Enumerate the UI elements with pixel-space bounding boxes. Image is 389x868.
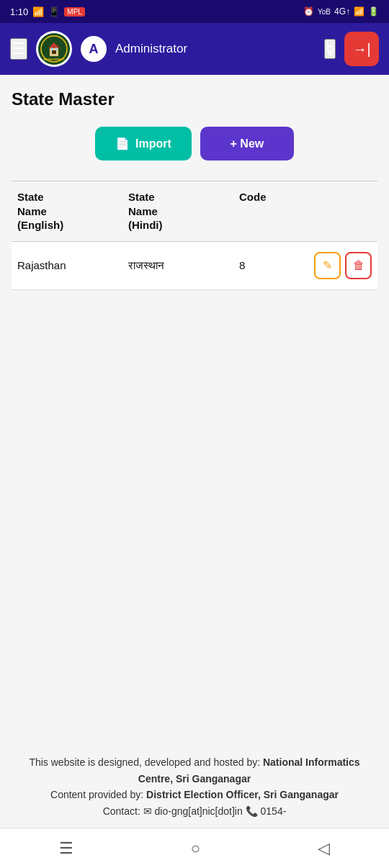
hamburger-button[interactable]: ☰ [10,38,27,60]
action-buttons: 📄 Import + New [12,127,377,161]
bottom-nav: ☰ ○ ◁ [0,828,389,868]
footer-contact: Contact: ✉ dio-gng[at]nic[dot]in 📞 0154- [12,803,377,819]
status-bar: 1:10 📶 📱 MPL ⏰ YoB 4G↑ 📶 🔋 [0,0,389,23]
import-button[interactable]: 📄 Import [95,127,192,161]
svg-rect-7 [55,48,57,50]
network-label: MPL [64,7,85,17]
data-table: StateName(English) StateName(Hindi) Code… [12,181,377,290]
logout-icon: →| [352,41,370,58]
bottom-home-button[interactable]: ○ [176,839,215,858]
page-title: State Master [12,89,377,109]
nav-title: Administrator [115,42,316,56]
col-header-1: StateName(English) [17,190,125,232]
cell-state-code: 8 [239,259,311,271]
edit-icon: ✎ [323,258,332,272]
alarm-icon: ⏰ [303,6,314,17]
cell-state-hindi: राजस्थान [128,259,236,272]
mail-icon: ✉ [143,805,155,817]
col-header-3: Code [239,190,311,232]
bottom-home-icon: ○ [191,839,200,857]
signal-icon: 📶 [32,6,44,17]
new-button[interactable]: + New [200,127,294,161]
app-logo: MANAGEMENT [36,31,72,67]
delete-icon: 🗑 [353,259,365,272]
footer-line1: This website is designed, developed and … [12,754,377,787]
svg-text:MANAGEMENT: MANAGEMENT [43,58,65,61]
table-row: Rajasthan राजस्थान 8 ✎ 🗑 [12,242,377,290]
delete-button[interactable]: 🗑 [345,252,372,279]
footer-org2: District Election Officer, Sri Ganganaga… [146,789,339,800]
bottom-menu-icon: ☰ [59,839,73,857]
col-header-2: StateName(Hindi) [128,190,236,232]
row-actions: ✎ 🗑 [314,252,372,279]
footer-line2: Content provided by: District Election O… [12,787,377,803]
dark-mode-button[interactable]: ☿ [324,39,336,59]
avatar: A [81,36,107,62]
logout-button[interactable]: →| [344,32,379,66]
network-icon: 📱 [48,6,60,17]
svg-rect-4 [54,50,56,54]
bottom-menu-button[interactable]: ☰ [45,839,88,858]
svg-rect-3 [52,50,54,54]
svg-rect-6 [51,48,53,50]
battery-icon: 🔋 [368,6,379,17]
bottom-back-icon: ◁ [318,839,330,857]
cell-state-english: Rajasthan [17,259,125,271]
yob-icon: YoB [318,8,331,16]
edit-button[interactable]: ✎ [314,252,341,279]
import-icon: 📄 [115,137,130,150]
status-time: 1:10 [10,6,28,17]
wifi-icon: 📶 [354,6,365,17]
navbar: ☰ MANAGEMENT A Administrator ☿ →| [0,23,389,75]
col-header-4 [314,190,372,232]
bottom-back-button[interactable]: ◁ [303,839,344,858]
footer: This website is designed, developed and … [0,737,389,828]
main-content: State Master 📄 Import + New StateName(En… [0,75,389,514]
table-header: StateName(English) StateName(Hindi) Code [12,181,377,242]
phone-icon: 📞 [246,805,261,817]
network-strength-icon: 4G↑ [334,6,350,17]
